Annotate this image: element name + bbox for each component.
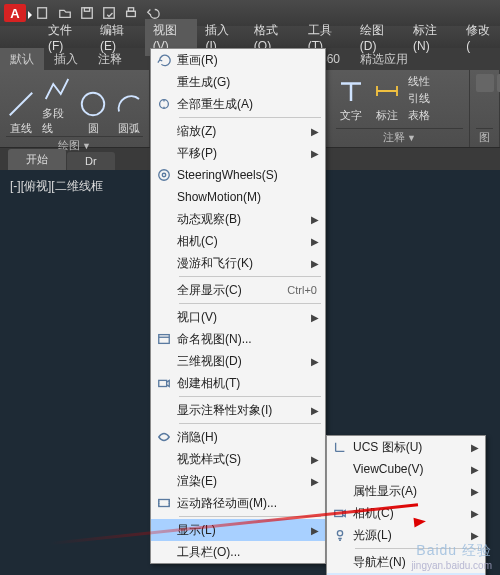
line-label: 直线	[10, 121, 32, 136]
view-menu-item-12[interactable]: 命名视图(N)...	[151, 328, 325, 350]
menu-item-label: 三维视图(D)	[177, 353, 325, 370]
panel-layers: 图	[470, 70, 500, 147]
menu-item-label: 全屏显示(C)	[177, 282, 287, 299]
display-submenu-item-1[interactable]: ViewCube(V)▶	[327, 458, 485, 480]
view-menu-item-0[interactable]: 重画(R)	[151, 49, 325, 71]
display-submenu-item-0[interactable]: UCS 图标(U)▶	[327, 436, 485, 458]
svg-point-9	[162, 173, 166, 177]
view-menu-item-11[interactable]: 视口(V)▶	[151, 306, 325, 328]
polyline-button[interactable]: 多段线	[42, 74, 72, 136]
submenu-item-label: 光源(L)	[353, 527, 485, 544]
dimension-label: 标注	[376, 108, 398, 123]
svg-point-8	[159, 170, 170, 181]
svg-rect-2	[84, 8, 89, 12]
submenu-item-label: ViewCube(V)	[353, 462, 485, 476]
linear-button[interactable]: 线性	[408, 74, 430, 89]
menu-item-label: 显示注释性对象(I)	[177, 402, 325, 419]
panel-annotate-title[interactable]: 注释▼	[336, 128, 463, 145]
menu-item-icon	[151, 430, 177, 444]
view-menu-dropdown: 重画(R)重生成(G)全部重生成(A)缩放(Z)▶平移(P)▶SteeringW…	[150, 48, 326, 564]
chevron-right-icon: ▶	[471, 530, 479, 541]
view-menu-item-10[interactable]: 全屏显示(C)Ctrl+0	[151, 279, 325, 301]
submenu-item-label: UCS 图标(U)	[353, 439, 485, 456]
menu-item-icon	[151, 332, 177, 346]
polyline-label: 多段线	[42, 106, 72, 136]
display-submenu-item-2[interactable]: 属性显示(A)▶	[327, 480, 485, 502]
menu-item-label: 命名视图(N)...	[177, 331, 325, 348]
menu-modify[interactable]: 修改(	[458, 19, 500, 56]
view-menu-item-17[interactable]: 视觉样式(S)▶	[151, 448, 325, 470]
chevron-right-icon: ▶	[311, 312, 319, 323]
view-menu-item-8[interactable]: 相机(C)▶	[151, 230, 325, 252]
chevron-right-icon: ▶	[311, 454, 319, 465]
viewport-label[interactable]: [-][俯视][二维线框	[10, 178, 103, 195]
tab-start[interactable]: 开始	[8, 149, 66, 170]
chevron-right-icon: ▶	[311, 356, 319, 367]
view-menu-item-6[interactable]: ShowMotion(M)	[151, 186, 325, 208]
view-menu-item-3[interactable]: 缩放(Z)▶	[151, 120, 325, 142]
svg-rect-1	[82, 8, 93, 19]
chevron-right-icon: ▶	[311, 405, 319, 416]
ribbon-tab-insert[interactable]: 插入	[44, 48, 88, 71]
menu-item-label: ShowMotion(M)	[177, 190, 325, 204]
view-menu-item-14[interactable]: 创建相机(T)	[151, 372, 325, 394]
watermark-logo: Baidu 经验	[411, 542, 492, 560]
chevron-right-icon: ▶	[471, 464, 479, 475]
ribbon-tab-default[interactable]: 默认	[0, 48, 44, 71]
dimension-button[interactable]: 标注	[372, 76, 402, 123]
menu-item-label: 重生成(G)	[177, 74, 325, 91]
submenu-item-icon	[327, 528, 353, 542]
tab-drawing[interactable]: Dr	[67, 152, 115, 170]
view-menu-item-9[interactable]: 漫游和飞行(K)▶	[151, 252, 325, 274]
circle-button[interactable]: 圆	[78, 89, 108, 136]
chevron-right-icon: ▶	[311, 525, 319, 536]
view-menu-item-18[interactable]: 渲染(E)▶	[151, 470, 325, 492]
watermark-url: jingyan.baidu.com	[411, 560, 492, 571]
menu-item-label: 渲染(E)	[177, 473, 325, 490]
view-menu-item-13[interactable]: 三维视图(D)▶	[151, 350, 325, 372]
svg-rect-4	[127, 11, 136, 16]
menu-item-shortcut: Ctrl+0	[287, 284, 325, 296]
menu-item-label: 动态观察(B)	[177, 211, 325, 228]
view-menu-item-15[interactable]: 显示注释性对象(I)▶	[151, 399, 325, 421]
chevron-right-icon: ▶	[311, 126, 319, 137]
view-menu-item-21[interactable]: 工具栏(O)...	[151, 541, 325, 563]
view-menu-item-7[interactable]: 动态观察(B)▶	[151, 208, 325, 230]
table-button[interactable]: 表格	[408, 108, 430, 123]
arc-button[interactable]: 圆弧	[114, 89, 144, 136]
view-menu-item-2[interactable]: 全部重生成(A)	[151, 93, 325, 115]
chevron-right-icon: ▶	[311, 476, 319, 487]
svg-rect-11	[159, 380, 167, 386]
view-menu-item-4[interactable]: 平移(P)▶	[151, 142, 325, 164]
menu-item-label: 视口(V)	[177, 309, 325, 326]
menu-item-label: 运动路径动画(M)...	[177, 495, 325, 512]
text-button[interactable]: 文字	[336, 76, 366, 123]
leader-button[interactable]: 引线	[408, 91, 430, 106]
menu-item-label: 消隐(H)	[177, 429, 325, 446]
circle-label: 圆	[88, 121, 99, 136]
menu-item-label: 显示(L)	[177, 522, 325, 539]
menu-separator	[179, 303, 321, 304]
view-menu-item-19[interactable]: 运动路径动画(M)...	[151, 492, 325, 514]
line-button[interactable]: 直线	[6, 89, 36, 136]
svg-rect-12	[159, 500, 170, 507]
chevron-right-icon: ▶	[311, 258, 319, 269]
svg-point-6	[82, 93, 105, 116]
chevron-right-icon: ▶	[311, 236, 319, 247]
chevron-right-icon: ▶	[311, 214, 319, 225]
menu-item-icon	[151, 97, 177, 111]
view-menu-item-16[interactable]: 消隐(H)	[151, 426, 325, 448]
submenu-item-icon	[327, 440, 353, 454]
ribbon-tab-annotate[interactable]: 注释	[88, 48, 132, 71]
svg-point-14	[337, 531, 342, 536]
submenu-item-label: 属性显示(A)	[353, 483, 485, 500]
chevron-right-icon: ▶	[471, 442, 479, 453]
ribbon-tab-featured[interactable]: 精选应用	[350, 48, 418, 71]
menu-item-label: 缩放(Z)	[177, 123, 325, 140]
view-menu-item-1[interactable]: 重生成(G)	[151, 71, 325, 93]
view-menu-item-5[interactable]: SteeringWheels(S)	[151, 164, 325, 186]
panel-annotate: 文字 标注 线性 引线 表格 注释▼	[330, 70, 470, 147]
app-logo[interactable]: A	[4, 4, 26, 22]
chevron-right-icon: ▶	[311, 148, 319, 159]
menu-separator	[179, 276, 321, 277]
